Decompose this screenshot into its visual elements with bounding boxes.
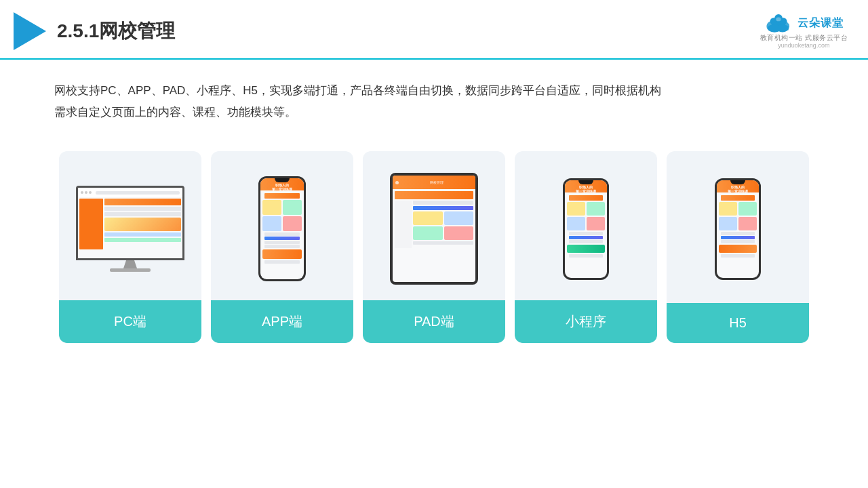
pc-card-image [59,151,201,300]
miniapp-phone-mock: 职场人的第一堂训练课 [563,178,609,280]
miniapp-card-label: 小程序 [515,300,657,343]
device-cards-container: PC端 职场人的第一堂训练课 [0,138,868,357]
brand-url: yunduoketang.com [778,42,829,49]
h5-card-image: 职场人的第一堂训练课 [667,151,809,300]
tablet-screen: 网校管理 [393,176,475,282]
app-card: 职场人的第一堂训练课 [211,151,353,343]
logo-triangle-icon [14,12,46,50]
brand-name: 云朵课堂 [797,16,844,30]
description-paragraph: 网校支持PC、APP、PAD、小程序、H5，实现多端打通，产品各终端自由切换，数… [54,80,814,124]
svg-rect-5 [769,26,789,30]
pc-screen [76,186,184,260]
miniapp-phone-screen: 职场人的第一堂训练课 [565,180,607,278]
svg-point-9 [776,17,781,21]
miniapp-card: 职场人的第一堂训练课 [515,151,657,343]
brand-slogan: 教育机构一站 式服务云平台 [760,33,848,42]
miniapp-phone-notch [578,180,593,184]
description-text: 网校支持PC、APP、PAD、小程序、H5，实现多端打通，产品各终端自由切换，数… [0,60,868,138]
header-right: 云朵课堂 教育机构一站 式服务云平台 yunduoketang.com [760,14,848,49]
phone-screen: 职场人的第一堂训练课 [260,178,304,279]
brand-logo: 云朵课堂 [764,14,844,33]
h5-phone-notch [730,180,745,184]
svg-point-8 [781,18,787,24]
h5-phone-mock: 职场人的第一堂训练课 [715,178,761,280]
h5-card: 职场人的第一堂训练课 [667,151,809,343]
h5-phone-screen: 职场人的第一堂训练课 [717,180,759,278]
phone-notch [275,178,290,182]
page-header: 2.5.1网校管理 云朵课堂 教育机构一站 [0,0,868,60]
pc-card-label: PC端 [59,300,201,343]
pc-device-mock [76,186,184,272]
svg-point-7 [770,18,777,24]
app-phone-mock: 职场人的第一堂训练课 [258,176,306,281]
app-card-image: 职场人的第一堂训练课 [211,151,353,300]
pad-card: 网校管理 [363,151,505,343]
pc-card: PC端 [59,151,201,343]
miniapp-card-image: 职场人的第一堂训练课 [515,151,657,300]
pad-card-image: 网校管理 [363,151,505,300]
tablet-mock: 网校管理 [390,173,478,285]
header-left: 2.5.1网校管理 [14,12,175,50]
app-card-label: APP端 [211,300,353,343]
page-title: 2.5.1网校管理 [57,18,175,44]
h5-card-label: H5 [667,303,809,343]
pad-card-label: PAD端 [363,300,505,343]
brand-slogan-line: 教育机构一站 式服务云平台 [760,33,848,42]
cloud-icon [764,14,793,33]
